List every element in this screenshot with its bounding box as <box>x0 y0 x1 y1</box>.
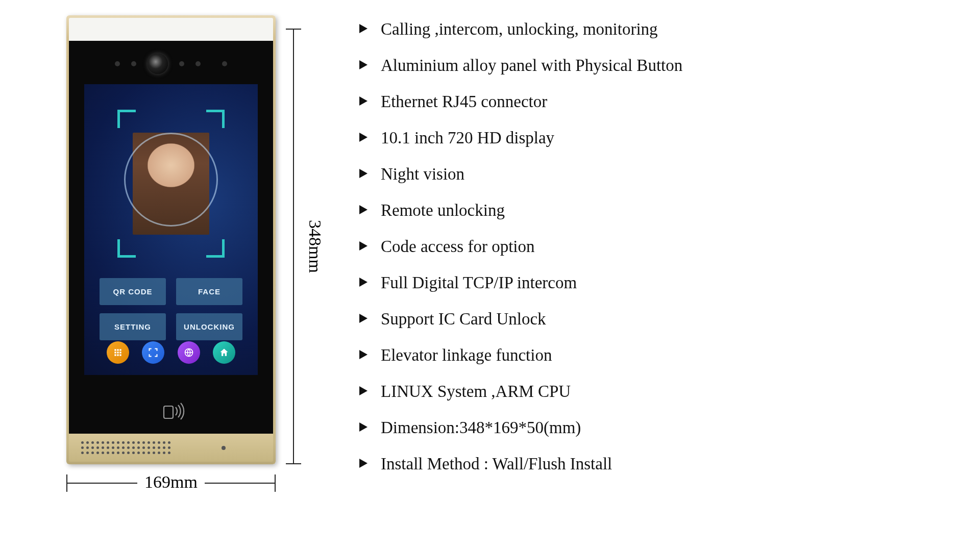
svg-marker-22 <box>359 422 368 432</box>
feature-item: Remote unlocking <box>357 191 980 228</box>
microphone-icon <box>222 446 226 450</box>
triangle-bullet-icon <box>357 417 370 438</box>
feature-text: Ethernet RJ45 connector <box>381 91 547 112</box>
svg-rect-1 <box>117 349 118 350</box>
device: QR CODE FACE SETTING UNLOCKING <box>66 15 276 464</box>
feature-item: Night vision <box>357 155 980 191</box>
face-detection-circle <box>124 133 218 227</box>
feature-item: Full Digital TCP/IP intercom <box>357 264 980 300</box>
triangle-bullet-icon <box>357 272 370 293</box>
ir-led-icon <box>131 61 136 66</box>
globe-icon[interactable] <box>178 341 200 364</box>
svg-marker-20 <box>359 350 368 359</box>
feature-item: Dimension:348*169*50(mm) <box>357 409 980 445</box>
device-top-bezel <box>69 18 273 41</box>
svg-marker-17 <box>359 241 368 251</box>
triangle-bullet-icon <box>357 164 370 185</box>
svg-rect-5 <box>119 352 121 353</box>
feature-item: LINUX System ,ARM CPU <box>357 372 980 409</box>
feature-text: Night vision <box>381 164 464 185</box>
keypad-icon[interactable] <box>107 341 129 364</box>
light-sensor-icon <box>222 61 227 66</box>
setting-button[interactable]: SETTING <box>100 313 166 340</box>
svg-marker-14 <box>359 133 368 142</box>
feature-item: Ethernet RJ45 connector <box>357 83 980 119</box>
svg-marker-13 <box>359 96 368 106</box>
triangle-bullet-icon <box>357 91 370 112</box>
scan-icon[interactable] <box>142 341 164 364</box>
svg-marker-23 <box>359 459 368 468</box>
svg-rect-6 <box>114 354 116 356</box>
device-screen: QR CODE FACE SETTING UNLOCKING <box>84 84 258 375</box>
feature-item: Install Method : Wall/Flush Install <box>357 445 980 481</box>
triangle-bullet-icon <box>357 55 370 76</box>
feature-list-panel: Calling ,intercom, unlocking, monitoring… <box>357 5 980 481</box>
feature-item: 10.1 inch 720 HD display <box>357 119 980 155</box>
triangle-bullet-icon <box>357 200 370 221</box>
height-dimension-label: 348mm <box>305 220 325 273</box>
svg-marker-11 <box>359 24 368 33</box>
svg-rect-4 <box>117 352 118 353</box>
svg-rect-8 <box>119 354 121 356</box>
triangle-bullet-icon <box>357 381 370 402</box>
feature-text: Support IC Card Unlock <box>381 309 546 330</box>
svg-rect-7 <box>117 354 118 356</box>
feature-item: Support IC Card Unlock <box>357 300 980 336</box>
feature-text: Full Digital TCP/IP intercom <box>381 272 577 293</box>
product-diagram: QR CODE FACE SETTING UNLOCKING <box>0 5 357 515</box>
svg-rect-10 <box>164 406 173 418</box>
feature-item: Calling ,intercom, unlocking, monitoring <box>357 10 980 46</box>
feature-text: Calling ,intercom, unlocking, monitoring <box>381 19 658 40</box>
feature-text: Aluminium alloy panel with Physical Butt… <box>381 55 682 76</box>
feature-text: Elevator linkage function <box>381 345 552 366</box>
width-dimension: 169mm <box>66 474 276 505</box>
ir-led-icon <box>179 61 184 66</box>
camera-sensor-row <box>69 48 273 84</box>
feature-text: LINUX System ,ARM CPU <box>381 381 571 402</box>
triangle-bullet-icon <box>357 454 370 474</box>
svg-rect-3 <box>114 352 116 353</box>
svg-marker-12 <box>359 60 368 69</box>
triangle-bullet-icon <box>357 345 370 366</box>
camera-lens-icon <box>148 54 168 74</box>
nfc-reader-icon <box>157 401 185 423</box>
svg-marker-21 <box>359 386 368 395</box>
ir-led-icon <box>115 61 120 66</box>
svg-marker-16 <box>359 205 368 214</box>
device-front-panel: QR CODE FACE SETTING UNLOCKING <box>69 41 273 434</box>
feature-item: Code access for option <box>357 228 980 264</box>
home-icon[interactable] <box>213 341 235 364</box>
feature-item: Elevator linkage function <box>357 336 980 372</box>
device-speaker-panel <box>69 434 273 462</box>
triangle-bullet-icon <box>357 236 370 257</box>
feature-text: Remote unlocking <box>381 200 505 221</box>
svg-marker-18 <box>359 278 368 287</box>
qr-code-button[interactable]: QR CODE <box>100 278 166 305</box>
feature-text: Install Method : Wall/Flush Install <box>381 454 612 474</box>
feature-text: Code access for option <box>381 236 535 257</box>
svg-rect-0 <box>114 349 116 350</box>
triangle-bullet-icon <box>357 309 370 330</box>
feature-text: 10.1 inch 720 HD display <box>381 128 554 148</box>
face-button[interactable]: FACE <box>176 278 242 305</box>
height-dimension: 348mm <box>286 29 322 464</box>
triangle-bullet-icon <box>357 19 370 40</box>
speaker-grill-icon <box>81 441 170 454</box>
width-dimension-label: 169mm <box>137 472 205 491</box>
svg-rect-2 <box>119 349 121 350</box>
triangle-bullet-icon <box>357 128 370 148</box>
feature-text: Dimension:348*169*50(mm) <box>381 417 581 438</box>
svg-marker-19 <box>359 314 368 323</box>
svg-marker-15 <box>359 169 368 178</box>
ir-led-icon <box>195 61 201 66</box>
feature-item: Aluminium alloy panel with Physical Butt… <box>357 46 980 83</box>
unlocking-button[interactable]: UNLOCKING <box>176 313 242 340</box>
